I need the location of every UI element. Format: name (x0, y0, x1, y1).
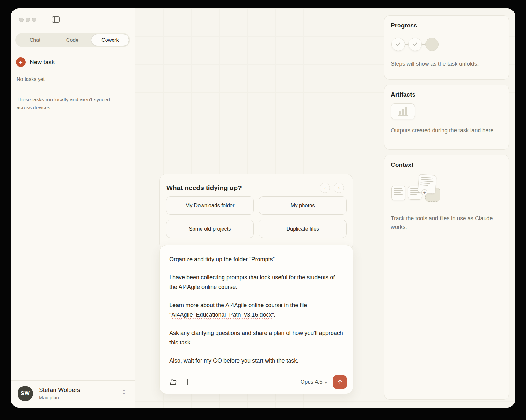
zoom-window-button[interactable] (32, 18, 36, 22)
plus-icon: + (16, 57, 26, 67)
artifacts-panel: Artifacts Outputs created during the tas… (384, 85, 509, 150)
step-done-icon (391, 38, 405, 51)
new-task-label: New task (30, 59, 55, 66)
bar-chart-icon (391, 103, 415, 119)
filename-misspelled: AI4Agile_Educational_Path_v3.16.docx (171, 312, 272, 318)
plus-icon (184, 379, 191, 386)
suggestion-duplicate-files[interactable]: Duplicate files (259, 220, 347, 238)
local-sync-note: These tasks run locally and aren't synce… (17, 96, 119, 112)
account-menu[interactable]: SW Stefan Wolpers Max plan ˆˇ (11, 380, 135, 408)
previous-suggestions-button[interactable]: ‹ (320, 183, 330, 193)
artifacts-caption: Outputs created during the task land her… (391, 126, 502, 135)
send-button[interactable] (333, 375, 347, 389)
minimize-window-button[interactable] (26, 18, 30, 22)
chevron-right-icon: › (338, 185, 340, 191)
app-window: Chat Code Cowork + New task No tasks yet… (11, 8, 515, 408)
message-paragraph: Also, wait for my GO before you start wi… (169, 356, 343, 365)
context-cards-illustration: + (391, 174, 502, 206)
progress-steps-illustration (391, 37, 502, 51)
folder-attach-button[interactable] (168, 377, 178, 387)
composer-toolbar: Opus 4.5 ▾ (160, 375, 353, 394)
empty-tasks-text: No tasks yet (17, 77, 45, 82)
next-suggestions-button[interactable]: › (334, 183, 344, 193)
context-title: Context (391, 161, 502, 168)
profile-name: Stefan Wolpers (39, 387, 123, 394)
folder-icon (170, 379, 177, 385)
mode-tabs: Chat Code Cowork (15, 33, 130, 47)
step-done-icon (408, 38, 422, 51)
step-pending-icon (425, 38, 439, 51)
arrow-up-icon (337, 379, 343, 385)
tab-code[interactable]: Code (54, 34, 91, 46)
progress-caption: Steps will show as the task unfolds. (391, 60, 502, 68)
model-name: Opus 4.5 (300, 379, 322, 385)
suggestions-card: What needs tidying up? ‹ › My Downloads … (159, 174, 353, 250)
message-paragraph: Ask any clarifying questions and share a… (169, 328, 343, 347)
progress-panel: Progress Steps will show as the task unf… (384, 15, 509, 80)
progress-title: Progress (391, 22, 502, 29)
message-input[interactable]: Organize and tidy up the folder "Prompts… (160, 245, 353, 374)
tab-chat[interactable]: Chat (16, 34, 54, 46)
new-task-button[interactable]: + New task (16, 57, 55, 67)
suggestion-downloads-folder[interactable]: My Downloads folder (166, 196, 254, 215)
chevron-left-icon: ‹ (324, 185, 326, 191)
sidebar-toggle-icon[interactable] (52, 16, 60, 23)
avatar: SW (18, 386, 33, 401)
message-paragraph: Learn more about the AI4Agile online cou… (169, 300, 343, 320)
model-selector[interactable]: Opus 4.5 ▾ (300, 379, 327, 385)
tab-cowork[interactable]: Cowork (91, 34, 129, 46)
app-screen: Chat Code Cowork + New task No tasks yet… (0, 0, 526, 420)
add-attachment-button[interactable] (183, 377, 193, 387)
window-controls (19, 18, 36, 22)
close-window-button[interactable] (19, 18, 24, 22)
artifacts-title: Artifacts (391, 91, 502, 98)
sidebar: Chat Code Cowork + New task No tasks yet… (11, 8, 135, 408)
message-paragraph: Organize and tidy up the folder "Prompts… (169, 254, 343, 264)
main-canvas: What needs tidying up? ‹ › My Downloads … (135, 8, 515, 408)
suggestions-title: What needs tidying up? (166, 184, 316, 192)
profile-plan-badge: Max plan (39, 395, 123, 401)
message-paragraph: I have been collecting prompts that look… (169, 273, 343, 292)
context-panel: Context + Track the tools and files in u… (384, 155, 509, 400)
chevron-down-icon: ▾ (325, 380, 327, 385)
suggestion-old-projects[interactable]: Some old projects (166, 220, 254, 238)
composer-card: Organize and tidy up the folder "Prompts… (159, 245, 353, 394)
plus-badge-icon: + (421, 189, 427, 195)
context-caption: Track the tools and files in use as Clau… (391, 214, 502, 232)
suggestion-my-photos[interactable]: My photos (259, 196, 347, 215)
chevron-updown-icon: ˆˇ (123, 390, 125, 397)
